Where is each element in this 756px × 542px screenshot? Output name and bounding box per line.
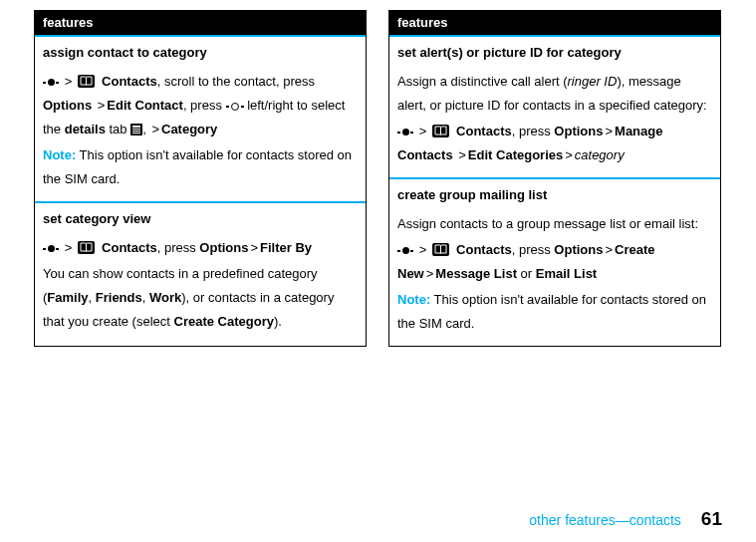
phonebook-icon: [432, 125, 449, 137]
feature-desc: You can show contacts in a predefined ca…: [43, 262, 358, 334]
feature-title: create group mailing list: [397, 187, 712, 202]
right-column: features set alert(s) or picture ID for …: [388, 10, 721, 347]
center-key-icon: [43, 244, 59, 253]
left-header: features: [35, 11, 366, 35]
feature-assign-contact: assign contact to category > Contacts, s…: [35, 35, 366, 201]
feature-title: set alert(s) or picture ID for category: [397, 45, 712, 60]
feature-group-mailing: create group mailing list Assign contact…: [389, 177, 720, 346]
right-header: features: [389, 11, 720, 35]
nav-key-icon: [226, 102, 244, 111]
phonebook-icon: [432, 243, 449, 256]
center-key-icon: [397, 128, 413, 136]
feature-body: > Contacts, press Options>Create New>Mes…: [397, 238, 712, 286]
details-tab-icon: [130, 124, 142, 136]
feature-body: > Contacts, press Options>Manage Contact…: [397, 120, 712, 167]
page-number: 61: [701, 508, 722, 530]
feature-set-category-view: set category view > Contacts, press Opti…: [35, 201, 366, 344]
feature-title: assign contact to category: [43, 45, 358, 60]
feature-title: set category view: [43, 211, 358, 226]
feature-body: > Contacts, press Options>Filter By: [43, 236, 358, 260]
section-link: other features—contacts: [529, 512, 681, 528]
feature-desc: Assign contacts to a group message list …: [397, 212, 712, 236]
feature-note: Note: This option isn't available for co…: [397, 288, 712, 336]
feature-desc: Assign a distinctive call alert (ringer …: [397, 70, 712, 118]
left-column: features assign contact to category > Co…: [34, 10, 367, 347]
feature-set-alert-id: set alert(s) or picture ID for category …: [389, 35, 720, 177]
page-footer: other features—contacts 61: [529, 508, 722, 530]
phonebook-icon: [78, 241, 95, 254]
phonebook-icon: [78, 75, 95, 88]
center-key-icon: [43, 78, 59, 87]
feature-note: Note: This option isn't available for co…: [43, 143, 358, 191]
feature-body: > Contacts, scroll to the contact, press…: [43, 70, 358, 141]
center-key-icon: [397, 246, 413, 255]
